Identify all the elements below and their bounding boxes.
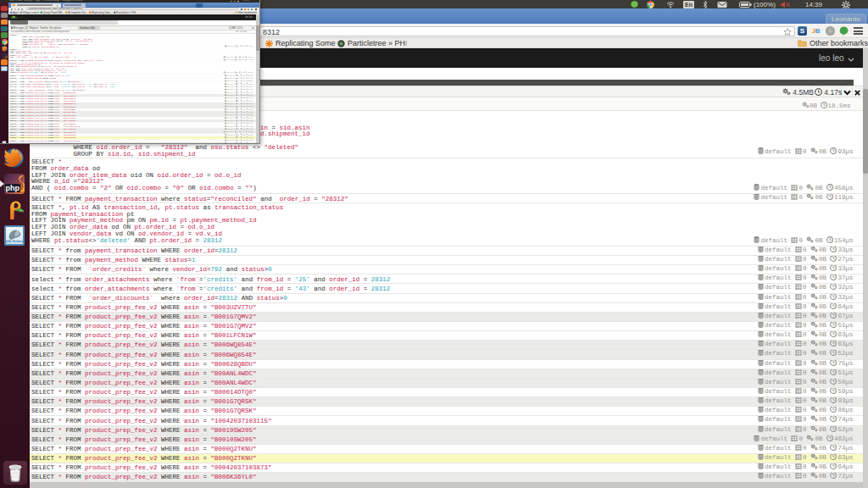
svg-text:MySQL Workbench: MySQL Workbench [6,239,23,242]
